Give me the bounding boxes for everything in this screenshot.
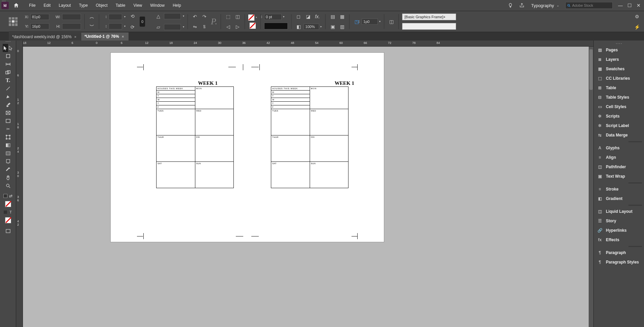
menu-layout[interactable]: Layout	[55, 0, 75, 11]
fill-stroke-toggle[interactable]	[3, 192, 8, 200]
x-input[interactable]: ▴▾81p0	[30, 14, 49, 20]
stock-search-input[interactable]: Adobe Stock	[565, 2, 613, 9]
panel-align[interactable]: ≡Align	[594, 153, 644, 162]
flip-v-icon[interactable]: ⥮	[201, 23, 208, 30]
panel-cc-libraries[interactable]: ⬚CC Libraries	[594, 74, 644, 83]
w-input[interactable]: ▴▾	[62, 14, 81, 20]
panel-paragraph-styles[interactable]: ¶Paragraph Styles	[594, 257, 644, 267]
close-icon[interactable]: ×	[74, 35, 76, 39]
fill-proxy[interactable]	[3, 200, 13, 208]
pencil-tool[interactable]	[3, 101, 13, 109]
select-container-icon[interactable]: ⬚	[224, 13, 232, 20]
stroke-weight-input[interactable]: ▴▾0 pt	[264, 14, 282, 20]
panel-scripts[interactable]: ✲Scripts	[594, 111, 644, 121]
select-content-icon[interactable]: ◫	[234, 13, 241, 20]
close-icon[interactable]: ×	[122, 34, 124, 39]
reference-point-grid[interactable]	[9, 17, 18, 26]
window-maximize-icon[interactable]: ☐	[627, 3, 632, 8]
note-tool[interactable]	[3, 157, 13, 166]
panel-layers[interactable]: ≣Layers	[594, 55, 644, 64]
lightbulb-icon[interactable]	[505, 0, 515, 10]
rectangle-tool[interactable]	[3, 117, 13, 125]
redo-icon[interactable]: ↷	[201, 13, 208, 20]
undo-icon[interactable]: ↶	[191, 13, 199, 20]
default-fill-stroke[interactable]	[3, 216, 13, 224]
panel-table-styles[interactable]: ⊟Table Styles	[594, 93, 644, 102]
formatting-text-icon[interactable]: T	[8, 208, 13, 216]
menu-edit[interactable]: Edit	[39, 0, 55, 11]
opacity-input[interactable]: 100%	[304, 24, 319, 30]
next-object-icon[interactable]: ▷	[234, 23, 241, 30]
scale-x-input[interactable]: ▴▾	[109, 14, 122, 20]
panel-swatches[interactable]: ▦Swatches	[594, 64, 644, 74]
object-style-select-2[interactable]	[402, 23, 456, 30]
menu-type[interactable]: Type	[75, 0, 92, 11]
eyedropper-tool[interactable]	[3, 166, 13, 174]
flip-h-icon[interactable]: ⇋	[191, 23, 199, 30]
text-wrap-bbox-icon[interactable]: ▦	[338, 13, 346, 20]
panel-text-wrap[interactable]: ▣Text Wrap	[594, 172, 644, 181]
page-tool[interactable]	[3, 52, 13, 60]
selection-tool[interactable]	[3, 44, 8, 52]
gradient-swatch-tool[interactable]	[3, 141, 13, 149]
zoom-tool[interactable]	[3, 182, 13, 190]
panel-data-merge[interactable]: ⇆Data Merge	[594, 130, 644, 140]
panel-hyperlinks[interactable]: 🔗Hyperlinks	[594, 226, 644, 235]
gap-tool[interactable]	[3, 60, 13, 68]
panel-stroke[interactable]: ≡Stroke	[594, 184, 644, 194]
content-collector-tool[interactable]	[3, 68, 13, 76]
apply-color-icon[interactable]	[3, 208, 8, 216]
stroke-style-select[interactable]	[264, 23, 288, 29]
align-to-icon[interactable]: ◫	[388, 18, 395, 25]
panel-pages[interactable]: ▤Pages	[594, 45, 644, 55]
rotation-input[interactable]	[164, 13, 181, 19]
doc-tab-1[interactable]: *dashboard weekly.indd @ 156%×	[9, 32, 81, 41]
fill-swatch[interactable]	[248, 15, 254, 21]
window-close-icon[interactable]: ✕	[637, 3, 641, 8]
auto-fit-icon[interactable]: ▣	[329, 23, 336, 30]
panel-story[interactable]: ☰Story	[594, 216, 644, 226]
panel-liquid-layout[interactable]: ◫Liquid Layout	[594, 207, 644, 216]
menu-help[interactable]: Help	[169, 0, 185, 11]
text-wrap-none-icon[interactable]: ▤	[329, 13, 336, 20]
corner-size-input[interactable]: ▴▾1p0	[362, 19, 378, 25]
scissors-tool[interactable]: ✂	[3, 125, 13, 133]
panel-gradient[interactable]: ◧Gradient	[594, 194, 644, 203]
pen-tool[interactable]	[3, 93, 13, 101]
menu-object[interactable]: Object	[92, 0, 112, 11]
stroke-swatch[interactable]	[250, 23, 256, 29]
panel-table[interactable]: ⊞Table	[594, 83, 644, 93]
preferences-gear-icon[interactable]: ⚙	[633, 13, 641, 20]
corner-options-icon[interactable]: ◻	[295, 13, 302, 20]
line-tool[interactable]	[3, 84, 13, 93]
vertical-scrollbar[interactable]	[589, 47, 593, 327]
quick-apply-icon[interactable]: ⚡	[633, 23, 641, 31]
window-minimize-icon[interactable]: —	[618, 3, 623, 8]
doc-tab-2[interactable]: *Untitled-1 @ 76%×	[81, 32, 129, 41]
panel-effects[interactable]: fxEffects	[594, 235, 644, 245]
menu-view[interactable]: View	[129, 0, 146, 11]
drop-shadow-icon[interactable]: ◪	[304, 13, 312, 20]
menu-table[interactable]: Table	[112, 0, 130, 11]
rotation-angle-icon[interactable]: 0	[140, 17, 145, 27]
rectangle-frame-tool[interactable]	[3, 109, 13, 117]
shear-input[interactable]	[164, 24, 181, 30]
horizontal-ruler[interactable]: 181260612182430364248546066727884	[16, 41, 593, 47]
fx-icon[interactable]: fx.	[314, 13, 321, 20]
home-icon[interactable]	[11, 1, 21, 10]
scale-y-input[interactable]: ▴▾	[109, 23, 122, 29]
menu-window[interactable]: Window	[146, 0, 169, 11]
share-icon[interactable]	[517, 0, 527, 10]
canvas[interactable]: WEEK 1 HOUSES THIS WEEKMON M T W T F TUE…	[23, 47, 589, 327]
workspace-switcher[interactable]: Typography ⌄	[528, 3, 563, 8]
h-input[interactable]: ▴▾	[62, 23, 81, 29]
rotate-ccw-icon[interactable]: ⟲	[129, 12, 136, 20]
type-tool[interactable]: T.	[3, 76, 13, 84]
gradient-feather-tool[interactable]	[3, 149, 13, 157]
object-style-select[interactable]: [Basic Graphics Frame]+	[402, 14, 456, 20]
screen-mode-icon[interactable]	[3, 227, 13, 235]
rotate-cw-icon[interactable]: ⟳	[129, 23, 136, 31]
prev-object-icon[interactable]: ◁	[224, 23, 232, 30]
panel-glyphs[interactable]: AGlyphs	[594, 143, 644, 153]
hand-tool[interactable]	[3, 174, 13, 182]
